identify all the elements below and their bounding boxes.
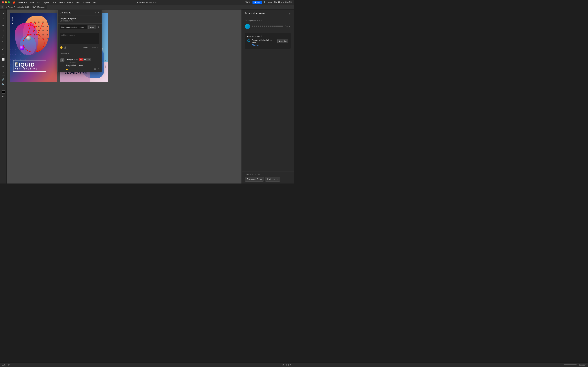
menu-object[interactable]: Object: [43, 1, 49, 4]
close-button[interactable]: [2, 1, 4, 3]
more-tools[interactable]: ⋯: [1, 94, 6, 99]
minimize-button[interactable]: [5, 1, 7, 3]
menu-effect[interactable]: Effect: [67, 1, 73, 4]
image-icon[interactable]: 🖼: [94, 68, 96, 70]
share-header-button[interactable]: Share: [252, 1, 262, 4]
link-access-section: LINK ACCESS ℹ 🌐 Anyone with the link can…: [245, 33, 291, 49]
emoji-icon[interactable]: 😊: [60, 46, 63, 49]
apple-icon[interactable]: 🍎: [12, 1, 15, 4]
share-link-icon[interactable]: ⬆: [97, 26, 99, 28]
filter-icon[interactable]: ▼: [97, 68, 99, 70]
owner-name: [252, 25, 283, 27]
copy-link-button[interactable]: Copy link: [277, 39, 288, 43]
toolbar-separator-4: [2, 75, 5, 76]
owner-avatar: [245, 24, 250, 29]
document-type: Cloud document: [60, 20, 99, 22]
share-url-row: Copy ⬆: [58, 24, 102, 31]
titlebar-left: 🍎 Illustrator File Edit Object Type Sele…: [2, 1, 97, 4]
paintbrush-tool[interactable]: 🖌: [1, 47, 6, 51]
document-setup-button[interactable]: Document Setup: [245, 177, 264, 182]
menu-bar: File Edit Object Type Select Effect View…: [30, 1, 97, 4]
sphere-top: [26, 36, 31, 41]
menu-type[interactable]: Type: [52, 1, 56, 4]
app-name[interactable]: Illustrator: [18, 1, 28, 4]
left-toolbar: ↖ ↗ ✒ T ╱ □ 🖌 ✏ ⬜ ↺ ⤡ 💉 🔍 ⋯: [0, 9, 7, 184]
artboard1-subtitle: ABSTRACTION: [15, 68, 44, 70]
pen-tool[interactable]: ✒: [1, 24, 6, 28]
invite-label: Invite people to edit: [242, 17, 294, 22]
artboard1-title: LIQUID: [15, 62, 44, 67]
comment-textarea[interactable]: [60, 33, 99, 44]
menu-window[interactable]: Window: [83, 1, 90, 4]
comment-input-area: 😊 @ Cancel Submit: [58, 31, 102, 51]
menu-view[interactable]: View: [75, 1, 80, 4]
commenter-avatar: G: [60, 58, 64, 62]
comment-author: George: [66, 58, 73, 61]
window-title: Adobe Illustrator 2023: [137, 1, 157, 4]
comments-header-icons: ⚙ ✕: [95, 11, 99, 14]
share-panel-title: Share document: [245, 12, 266, 15]
titlebar-right: 100% Share 🔍 steve Thu 17 Nov 8:34 PM: [245, 1, 292, 4]
user-label: steve: [268, 1, 272, 3]
eyedropper-tool[interactable]: 💉: [1, 77, 6, 82]
comments-close-icon[interactable]: ✕: [98, 11, 99, 14]
reply-icon[interactable]: 💬: [83, 58, 87, 61]
comment-guest-badge: Guest: [74, 58, 78, 60]
share-settings-icon[interactable]: ⚙: [289, 12, 291, 15]
tab-x-button[interactable]: ✕: [1, 6, 3, 8]
share-url-input[interactable]: [60, 25, 87, 29]
menu-edit[interactable]: Edit: [36, 1, 40, 4]
canvas-area[interactable]: FLUID LIQUID ABSTRACTION: [7, 9, 242, 184]
thumbs-up-icon[interactable]: 👍: [66, 68, 68, 70]
zoom-tool[interactable]: 🔍: [1, 82, 6, 87]
owner-role: Owner: [285, 25, 291, 27]
mention-icon[interactable]: @: [64, 46, 66, 49]
comment-submit-buttons: Cancel Submit: [80, 46, 99, 49]
datetime-label: Thu 17 Nov 8:34 PM: [274, 1, 292, 3]
comments-settings-icon[interactable]: ⚙: [95, 11, 96, 14]
tab-bar: ✕ Purple Template.aic* @ 28 % (CMYK/Prev…: [0, 5, 294, 9]
zoom-level: 100%: [245, 1, 250, 3]
change-access-link[interactable]: Change: [252, 44, 259, 46]
link-access-text: Anyone with the link can view.: [252, 39, 276, 44]
quick-actions-section: Quick Actions Document Setup Preferences: [242, 172, 294, 184]
cancel-comment-button[interactable]: Cancel: [80, 46, 89, 49]
selection-tool[interactable]: ↖: [1, 11, 6, 15]
sphere-pink: [20, 46, 24, 50]
menu-select[interactable]: Select: [59, 1, 65, 4]
more-icon[interactable]: ⋯: [87, 58, 91, 61]
menu-help[interactable]: Help: [93, 1, 97, 4]
preferences-button[interactable]: Preferences: [265, 177, 280, 182]
pencil-tool[interactable]: ✏: [1, 52, 6, 56]
document-tab[interactable]: Purple Template.aic* @ 28 % (CMYK/Previe…: [4, 5, 47, 9]
vertical-text-fluid: FLUID: [12, 16, 13, 24]
link-access-header: LINK ACCESS ℹ: [247, 35, 288, 37]
mac-titlebar: 🍎 Illustrator File Edit Object Type Sele…: [0, 0, 294, 5]
tab-dot: [6, 7, 7, 8]
toolbar-separator-3: [2, 63, 5, 63]
scale-tool[interactable]: ⤡: [1, 70, 6, 74]
comment-item: G George Guest ✏ 💬 ⋯ 2: [58, 56, 102, 72]
fill-color[interactable]: [2, 90, 5, 93]
document-info: Purple Template Cloud document: [58, 16, 102, 24]
comment-author-row: George Guest ✏ 💬 ⋯: [66, 58, 99, 61]
comment-actions: 😊 @ Cancel Submit: [60, 46, 99, 49]
toolbar-separator-5: [2, 88, 5, 88]
info-icon[interactable]: ℹ: [261, 35, 262, 37]
rotate-tool[interactable]: ↺: [1, 64, 6, 69]
line-tool[interactable]: ╱: [1, 34, 6, 39]
link-access-left: 🌐 Anyone with the link can view. Change: [247, 39, 276, 47]
edit-icon[interactable]: ✏: [79, 58, 83, 61]
fullscreen-button[interactable]: [8, 1, 10, 3]
dot-grid-top: [31, 19, 51, 39]
comment-footer: 👍 🖼 ▼: [66, 68, 99, 70]
search-icon[interactable]: 🔍: [263, 1, 266, 3]
eraser-tool[interactable]: ⬜: [1, 57, 6, 62]
type-tool[interactable]: T: [1, 29, 6, 33]
artboard-section-label: Artboard 1: [58, 51, 102, 56]
submit-comment-button[interactable]: Submit: [91, 46, 99, 49]
shape-tool[interactable]: □: [1, 39, 6, 44]
direct-selection-tool[interactable]: ↗: [1, 16, 6, 21]
menu-file[interactable]: File: [30, 1, 34, 4]
copy-url-button[interactable]: Copy: [88, 25, 96, 29]
